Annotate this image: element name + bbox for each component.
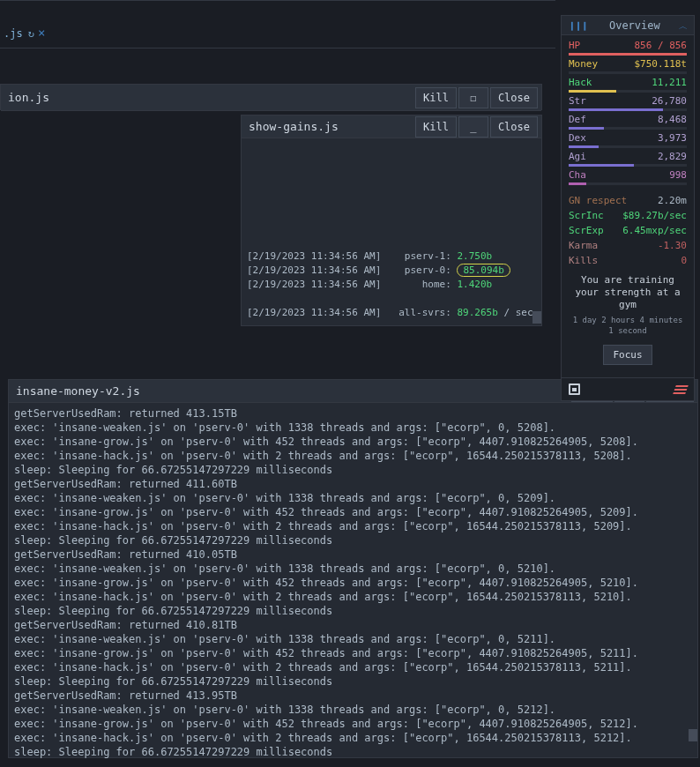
- minimize-button[interactable]: _: [458, 116, 488, 138]
- log-line: exec: 'insane-hack.js' on 'pserv-0' with…: [14, 731, 692, 745]
- stat-name: ScrInc: [569, 210, 622, 222]
- stat-value: 0: [681, 255, 687, 267]
- minimize-button[interactable]: ☐: [458, 87, 488, 108]
- stat-value: 2.20m: [658, 195, 687, 207]
- log-line: getServerUsedRam: returned 411.60TB: [14, 477, 692, 491]
- gain-value: 2.750b: [457, 250, 492, 262]
- window-header[interactable]: ion.js Kill ☐ Close: [1, 85, 541, 111]
- stat-dex: Dex3,973: [569, 132, 687, 145]
- stat-name: Def: [569, 114, 658, 126]
- menu-icon[interactable]: [673, 385, 689, 394]
- window-show-gains: show-gains.js Kill _ Close [2/19/2023 11…: [241, 115, 542, 326]
- server-label: pserv-0:: [398, 264, 457, 276]
- stat-bar: [569, 90, 687, 93]
- overview-header[interactable]: ❙❙❙ Overview 〈: [562, 16, 694, 35]
- log-row: [2/19/2023 11:34:56 AM] home: 1.420b: [247, 278, 536, 292]
- stat-value: 26,780: [652, 95, 687, 108]
- stat-extra: ScrInc$89.27b/sec: [569, 210, 687, 222]
- scrollbar-handle[interactable]: [689, 729, 697, 741]
- log-line: getServerUsedRam: returned 413.15TB: [14, 406, 692, 421]
- tab-file[interactable]: .js: [4, 27, 23, 40]
- stat-extra: ScrExp6.45mxp/sec: [569, 225, 687, 237]
- window-ion: ion.js Kill ☐ Close: [0, 84, 542, 110]
- log-line: exec: 'insane-weaken.js' on 'pserv-0' wi…: [14, 703, 692, 717]
- stat-name: Kills: [569, 255, 681, 267]
- log-line: exec: 'insane-grow.js' on 'pserv-0' with…: [14, 505, 692, 519]
- stat-str: Str26,780: [569, 95, 687, 108]
- stat-name: Money: [569, 58, 634, 71]
- log-line: sleep: Sleeping for 66.67255147297229 mi…: [14, 745, 692, 759]
- stat-value: 2,829: [658, 151, 687, 163]
- server-label: home:: [398, 279, 457, 290]
- log-line: exec: 'insane-weaken.js' on 'pserv-0' wi…: [14, 491, 692, 505]
- gain-value: 85.094b: [457, 264, 510, 277]
- kill-button[interactable]: Kill: [415, 116, 457, 138]
- log-line: sleep: Sleeping for 66.67255147297229 mi…: [14, 604, 692, 618]
- chevron-up-icon[interactable]: 〈: [676, 21, 689, 30]
- stat-bar: [569, 71, 687, 74]
- server-label: pserv-1:: [398, 250, 457, 262]
- stat-hp: HP856 / 856: [569, 40, 687, 52]
- overview-footer: [562, 377, 694, 400]
- stat-value: -1.30: [658, 240, 687, 252]
- stat-value: $89.27b/sec: [622, 210, 687, 222]
- stat-value: $750.118t: [634, 58, 687, 71]
- log-line: exec: 'insane-hack.js' on 'pserv-0' with…: [14, 660, 692, 674]
- refresh-icon[interactable]: ↻: [28, 27, 34, 40]
- save-icon[interactable]: [569, 384, 580, 395]
- log-line: getServerUsedRam: returned 410.05TB: [14, 547, 692, 562]
- stat-name: Dex: [569, 132, 658, 145]
- stat-extra: Kills0: [569, 255, 687, 267]
- stat-def: Def8,468: [569, 114, 687, 126]
- overview-body: HP856 / 856Money$750.118tHack11,211Str26…: [562, 35, 694, 377]
- training-status: You are training your strength at a gym: [569, 274, 687, 311]
- stat-value: 856 / 856: [634, 40, 687, 52]
- stat-name: GN respect: [569, 195, 658, 207]
- stat-cha: Cha998: [569, 169, 687, 182]
- log-line: exec: 'insane-grow.js' on 'pserv-0' with…: [14, 435, 692, 449]
- log-line: sleep: Sleeping for 66.67255147297229 mi…: [14, 463, 692, 477]
- log-line: exec: 'insane-hack.js' on 'pserv-0' with…: [14, 519, 692, 533]
- stats-icon: ❙❙❙: [569, 19, 588, 32]
- close-icon[interactable]: ×: [38, 27, 45, 40]
- tab-strip: .js ↻ ×: [0, 26, 48, 41]
- stat-extra: Karma-1.30: [569, 240, 687, 252]
- log-content: [2/19/2023 11:34:56 AM] pserv-1: 2.750b[…: [242, 246, 541, 324]
- scrollbar-handle[interactable]: [532, 311, 541, 324]
- stat-bar: [569, 164, 687, 167]
- stat-bar: [569, 182, 687, 185]
- log-line: getServerUsedRam: returned 410.81TB: [14, 618, 692, 632]
- log-row: [2/19/2023 11:34:56 AM] pserv-1: 2.750b: [247, 249, 536, 264]
- stat-name: Agi: [569, 151, 658, 163]
- log-line: exec: 'insane-weaken.js' on 'pserv-0' wi…: [14, 421, 692, 435]
- overview-panel: ❙❙❙ Overview 〈 HP856 / 856Money$750.118t…: [561, 15, 695, 401]
- stat-bar: [569, 127, 687, 130]
- top-bar: .js ↻ ×: [0, 0, 555, 48]
- gain-value: 1.420b: [457, 279, 492, 290]
- window-insane-money: insane-money-v2.js Kill _ Close getServe…: [8, 379, 698, 758]
- log-line: exec: 'insane-grow.js' on 'pserv-0' with…: [14, 646, 692, 660]
- stat-bar: [569, 145, 687, 148]
- stat-agi: Agi2,829: [569, 151, 687, 163]
- stat-name: ScrExp: [569, 225, 622, 237]
- stat-value: 6.45mxp/sec: [622, 225, 687, 237]
- log-line: sleep: Sleeping for 66.67255147297229 mi…: [14, 533, 692, 547]
- timestamp: [2/19/2023 11:34:56 AM]: [247, 264, 398, 276]
- kill-button[interactable]: Kill: [415, 87, 457, 108]
- log-content: getServerUsedRam: returned 413.15TBexec:…: [9, 403, 697, 763]
- window-title: show-gains.js: [249, 120, 413, 133]
- log-line: sleep: Sleeping for 66.67255147297229 mi…: [14, 674, 692, 689]
- log-summary: [2/19/2023 11:34:56 AM] all-svrs: 89.265…: [247, 306, 536, 320]
- close-button[interactable]: Close: [490, 116, 538, 138]
- log-line: exec: 'insane-weaken.js' on 'pserv-0' wi…: [14, 562, 692, 576]
- stat-value: 8,468: [658, 114, 687, 126]
- log-line: exec: 'insane-grow.js' on 'pserv-0' with…: [14, 576, 692, 590]
- stat-bar: [569, 53, 687, 56]
- window-title: ion.js: [8, 91, 413, 104]
- stat-extra: GN respect2.20m: [569, 195, 687, 207]
- tab-controls: ↻ ×: [28, 27, 46, 40]
- overview-title: Overview: [592, 19, 678, 32]
- close-button[interactable]: Close: [490, 87, 538, 108]
- window-header[interactable]: show-gains.js Kill _ Close: [242, 115, 541, 138]
- focus-button[interactable]: Focus: [603, 345, 652, 365]
